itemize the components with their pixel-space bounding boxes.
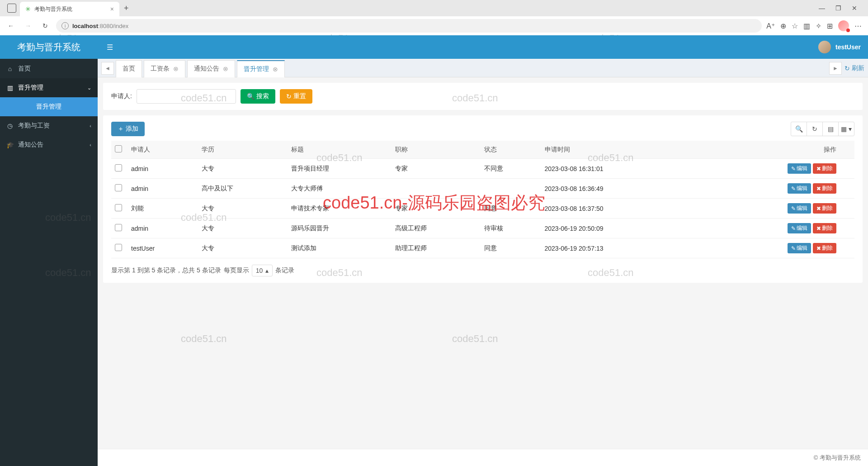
- table-columns-button[interactable]: ▦ ▾: [838, 122, 854, 136]
- reset-button[interactable]: ↻重置: [280, 89, 312, 104]
- delete-button[interactable]: ✖删除: [813, 163, 836, 174]
- sidebar-item-label: 考勤与工资: [18, 122, 50, 130]
- reload-button[interactable]: ↻: [39, 19, 52, 32]
- tab-home[interactable]: 首页: [116, 60, 142, 77]
- header-user[interactable]: testUser: [818, 41, 868, 53]
- edit-button[interactable]: ✎编辑: [788, 223, 811, 233]
- delete-icon: ✖: [816, 185, 821, 192]
- delete-icon: ✖: [816, 225, 821, 232]
- read-aloud-icon[interactable]: A⁺: [766, 22, 775, 30]
- tab-notice[interactable]: 通知公告⊗: [187, 60, 235, 77]
- collections-icon[interactable]: ▥: [803, 22, 810, 30]
- row-checkbox[interactable]: [115, 184, 122, 191]
- select-all-checkbox[interactable]: [115, 145, 122, 152]
- edit-button[interactable]: ✎编辑: [788, 163, 811, 174]
- back-button[interactable]: ←: [5, 19, 17, 32]
- applicant-input[interactable]: [137, 89, 236, 104]
- edit-icon: ✎: [791, 245, 796, 252]
- tab-scroll-right-button[interactable]: ►: [829, 62, 842, 75]
- edit-icon: ✎: [791, 166, 796, 172]
- window-controls: — ❐ ✕: [816, 2, 864, 14]
- data-table: 申请人 学历 标题 职称 状态 申请时间 操作 admin 大专 晋升项目经理 …: [111, 141, 854, 258]
- delete-button[interactable]: ✖删除: [813, 183, 836, 194]
- tab-promotion[interactable]: 晋升管理⊗: [237, 60, 285, 77]
- col-applicant[interactable]: 申请人: [127, 141, 198, 159]
- cell-title: 源码乐园晋升: [288, 219, 392, 238]
- favicon-icon: ✳: [25, 5, 31, 13]
- app-header: 考勤与晋升系统 ☰ testUser: [0, 35, 868, 59]
- browser-toolbar: ← → ↻ i localhost:8080/index A⁺ ⊕ ☆ ▥ ✧ …: [0, 16, 868, 35]
- refresh-button[interactable]: ↻刷新: [844, 64, 864, 72]
- favorites-bar-icon[interactable]: ✧: [816, 22, 821, 30]
- profile-avatar-icon[interactable]: [838, 20, 849, 31]
- browser-tab-overview-icon[interactable]: [7, 4, 16, 13]
- table-refresh-button[interactable]: ↻: [807, 122, 823, 136]
- browser-chrome: ✳ 考勤与晋升系统 × + — ❐ ✕ ← → ↻ i localhost:80…: [0, 0, 868, 36]
- cell-status: 不同意: [481, 159, 541, 179]
- sidebar-item-home[interactable]: ⌂ 首页: [0, 59, 98, 78]
- tab-payslip[interactable]: 工资条⊗: [144, 60, 185, 77]
- col-status[interactable]: 状态: [481, 141, 541, 159]
- tab-scroll-left-button[interactable]: ◄: [101, 62, 114, 75]
- cell-applytime: 2023-06-19 20:57:13: [541, 238, 693, 258]
- close-icon[interactable]: ×: [110, 5, 114, 13]
- table-toggle-button[interactable]: ▤: [822, 122, 839, 136]
- zoom-icon[interactable]: ⊕: [780, 22, 786, 30]
- main-content: ◄ 首页 工资条⊗ 通知公告⊗ 晋升管理⊗ ► ↻刷新 申请人: 🔍搜索 ↻重置…: [98, 36, 868, 466]
- close-icon[interactable]: ⊗: [273, 66, 278, 73]
- pagination-info: 显示第 1 到第 5 条记录，总共 5 条记录 每页显示 10▴ 条记录: [111, 265, 854, 276]
- sidebar-toggle-button[interactable]: ☰: [98, 43, 122, 52]
- col-jobtitle[interactable]: 职称: [392, 141, 481, 159]
- cell-jobtitle: 助理工程师: [392, 238, 481, 258]
- sidebar-subitem-promotion[interactable]: 晋升管理: [0, 97, 98, 116]
- minimize-icon[interactable]: —: [816, 2, 828, 14]
- browser-tab[interactable]: ✳ 考勤与晋升系统 ×: [20, 2, 119, 16]
- cell-applytime: 2023-06-19 20:50:09: [541, 219, 693, 238]
- sidebar-item-promotion[interactable]: ▥ 晋升管理 ⌄: [0, 78, 98, 97]
- sidebar-item-notice[interactable]: 🎓 通知公告 ‹: [0, 135, 98, 154]
- info-icon[interactable]: i: [61, 22, 69, 29]
- sidebar-item-attendance-salary[interactable]: ◷ 考勤与工资 ‹: [0, 116, 98, 135]
- forward-button: →: [22, 19, 34, 32]
- pagination-summary: 显示第 1 到第 5 条记录，总共 5 条记录: [111, 266, 221, 275]
- more-icon[interactable]: ⋯: [854, 22, 862, 30]
- delete-button[interactable]: ✖删除: [813, 203, 836, 214]
- close-icon[interactable]: ⊗: [173, 65, 179, 72]
- address-bar[interactable]: i localhost:8080/index: [56, 19, 762, 33]
- row-checkbox[interactable]: [115, 224, 122, 231]
- favorite-icon[interactable]: ☆: [792, 22, 798, 30]
- edit-button[interactable]: ✎编辑: [788, 183, 811, 194]
- refresh-icon: ↻: [286, 93, 292, 100]
- cell-jobtitle: 高级工程师: [392, 219, 481, 238]
- edit-button[interactable]: ✎编辑: [788, 243, 811, 253]
- cell-applicant: admin: [127, 159, 198, 179]
- cell-education: 大专: [198, 219, 288, 238]
- page-size-select[interactable]: 10▴: [252, 265, 273, 276]
- table-row: 刘能 大专 申请技术专家 专家 同意 2023-03-08 16:37:50 ✎…: [111, 199, 854, 219]
- add-button[interactable]: ＋添加: [111, 122, 145, 136]
- filter-label: 申请人:: [111, 92, 132, 100]
- table-search-button[interactable]: 🔍: [791, 122, 807, 136]
- maximize-icon[interactable]: ❐: [832, 2, 844, 14]
- col-applytime[interactable]: 申请时间: [541, 141, 693, 159]
- delete-icon: ✖: [816, 166, 821, 172]
- page-tabs: ◄ 首页 工资条⊗ 通知公告⊗ 晋升管理⊗ ► ↻刷新: [98, 59, 868, 77]
- close-icon[interactable]: ⊗: [223, 65, 228, 72]
- edit-button[interactable]: ✎编辑: [788, 203, 811, 214]
- new-tab-button[interactable]: +: [119, 4, 133, 13]
- delete-icon: ✖: [816, 245, 821, 252]
- row-checkbox[interactable]: [115, 244, 122, 251]
- row-checkbox[interactable]: [115, 204, 122, 211]
- search-button[interactable]: 🔍搜索: [241, 89, 275, 104]
- extensions-icon[interactable]: ⊞: [827, 22, 833, 30]
- delete-button[interactable]: ✖删除: [813, 243, 836, 253]
- browser-tab-title: 考勤与晋升系统: [34, 5, 107, 13]
- delete-icon: ✖: [816, 205, 821, 212]
- cell-title: 大专大师傅: [288, 179, 392, 199]
- col-title[interactable]: 标题: [288, 141, 392, 159]
- delete-button[interactable]: ✖删除: [813, 223, 836, 233]
- window-close-icon[interactable]: ✕: [848, 2, 861, 14]
- copyright: © 考勤与晋升系统: [814, 454, 861, 461]
- col-education[interactable]: 学历: [198, 141, 288, 159]
- row-checkbox[interactable]: [115, 164, 122, 171]
